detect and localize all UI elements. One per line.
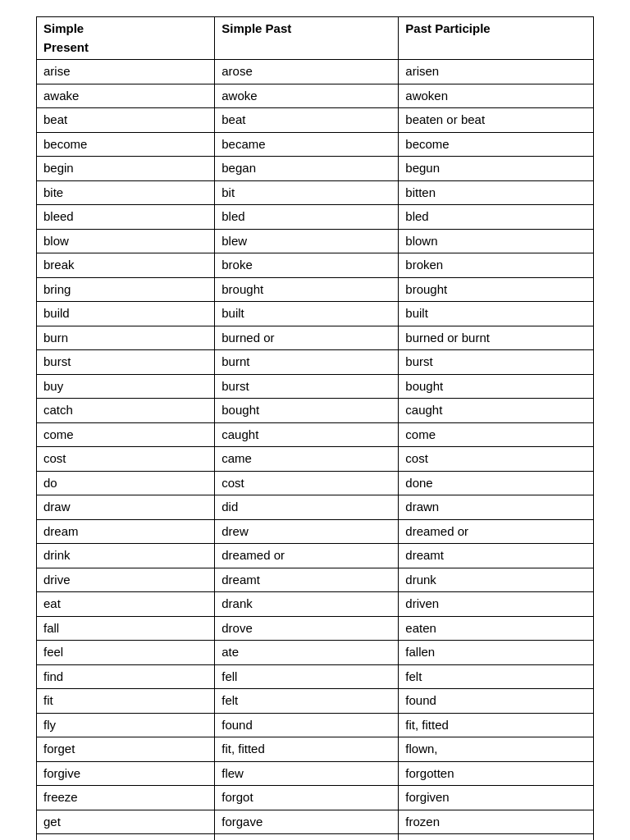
table-row: bitebitbitten xyxy=(37,180,594,205)
cell-row26-col1: felt xyxy=(215,689,399,714)
table-row: arisearosearisen xyxy=(37,60,594,84)
cell-row8-col1: broke xyxy=(215,253,399,278)
table-row: bleedbledbled xyxy=(37,205,594,230)
cell-row29-col1: flew xyxy=(215,761,399,786)
cell-row31-col2: frozen xyxy=(399,810,594,834)
table-row: flyfoundfit, fitted xyxy=(37,713,594,737)
cell-row2-col2: beaten or beat xyxy=(399,108,594,133)
cell-row21-col1: dreamt xyxy=(215,568,399,592)
table-row: costcamecost xyxy=(37,447,594,472)
table-row: awakeawokeawoken xyxy=(37,84,594,108)
cell-row18-col1: did xyxy=(215,495,399,520)
table-row: feelatefallen xyxy=(37,641,594,665)
cell-row10-col0: build xyxy=(37,302,215,326)
cell-row27-col0: fly xyxy=(37,713,215,737)
cell-row25-col1: fell xyxy=(215,664,399,689)
table-row: burnburned orburned or burnt xyxy=(37,326,594,350)
cell-row12-col1: burnt xyxy=(215,350,399,375)
cell-row32-col1: froze xyxy=(215,834,399,841)
cell-row15-col2: come xyxy=(399,422,594,447)
cell-row24-col2: fallen xyxy=(399,641,594,665)
table-row: docostdone xyxy=(37,471,594,495)
cell-row20-col1: dreamed or xyxy=(215,544,399,568)
cell-row14-col1: bought xyxy=(215,399,399,423)
table-row: eatdrankdriven xyxy=(37,592,594,617)
cell-row2-col0: beat xyxy=(37,108,215,133)
cell-row11-col1: burned or xyxy=(215,326,399,350)
table-row: blowblewblown xyxy=(37,229,594,253)
cell-row28-col1: fit, fitted xyxy=(215,737,399,762)
cell-row11-col2: burned or burnt xyxy=(399,326,594,350)
cell-row29-col2: forgotten xyxy=(399,761,594,786)
cell-row10-col2: built xyxy=(399,302,594,326)
cell-row17-col0: do xyxy=(37,471,215,495)
cell-row27-col2: fit, fitted xyxy=(399,713,594,737)
table-row: falldroveeaten xyxy=(37,616,594,641)
cell-row19-col0: dream xyxy=(37,519,215,544)
cell-row32-col2: gotten or got xyxy=(399,834,594,841)
cell-row3-col0: become xyxy=(37,132,215,157)
cell-row22-col1: drank xyxy=(215,592,399,617)
table-row: catchboughtcaught xyxy=(37,399,594,423)
cell-row1-col2: awoken xyxy=(399,84,594,108)
cell-row20-col0: drink xyxy=(37,544,215,568)
table-row: findfellfelt xyxy=(37,664,594,689)
cell-row0-col1: arose xyxy=(215,60,399,84)
cell-row30-col1: forgot xyxy=(215,786,399,810)
verb-table-wrapper: SimplePresent Simple Past Past Participl… xyxy=(36,16,594,840)
cell-row22-col0: eat xyxy=(37,592,215,617)
cell-row19-col2: dreamed or xyxy=(399,519,594,544)
cell-row31-col1: forgave xyxy=(215,810,399,834)
cell-row29-col0: forgive xyxy=(37,761,215,786)
cell-row13-col2: bought xyxy=(399,374,594,399)
cell-row1-col0: awake xyxy=(37,84,215,108)
cell-row16-col2: cost xyxy=(399,447,594,472)
table-row: drinkdreamed ordreamt xyxy=(37,544,594,568)
table-row: drivedreamtdrunk xyxy=(37,568,594,592)
cell-row5-col0: bite xyxy=(37,180,215,205)
table-row: bringbroughtbrought xyxy=(37,277,594,302)
cell-row9-col1: brought xyxy=(215,277,399,302)
cell-row7-col0: blow xyxy=(37,229,215,253)
table-row: burstburntburst xyxy=(37,350,594,375)
cell-row5-col2: bitten xyxy=(399,180,594,205)
table-row: beginbeganbegun xyxy=(37,157,594,181)
cell-row8-col0: break xyxy=(37,253,215,278)
header-simple-past: Simple Past xyxy=(215,17,399,60)
cell-row28-col2: flown, xyxy=(399,737,594,762)
cell-row25-col0: find xyxy=(37,664,215,689)
cell-row5-col1: bit xyxy=(215,180,399,205)
cell-row27-col1: found xyxy=(215,713,399,737)
cell-row16-col1: came xyxy=(215,447,399,472)
cell-row3-col2: become xyxy=(399,132,594,157)
cell-row6-col2: bled xyxy=(399,205,594,230)
cell-row18-col0: draw xyxy=(37,495,215,520)
table-row: freezeforgotforgiven xyxy=(37,786,594,810)
cell-row11-col0: burn xyxy=(37,326,215,350)
cell-row15-col1: caught xyxy=(215,422,399,447)
cell-row14-col0: catch xyxy=(37,399,215,423)
cell-row7-col1: blew xyxy=(215,229,399,253)
header-simple-present: SimplePresent xyxy=(37,17,215,60)
cell-row21-col2: drunk xyxy=(399,568,594,592)
cell-row9-col0: bring xyxy=(37,277,215,302)
cell-row1-col1: awoke xyxy=(215,84,399,108)
cell-row8-col2: broken xyxy=(399,253,594,278)
table-row: buildbuiltbuilt xyxy=(37,302,594,326)
cell-row28-col0: forget xyxy=(37,737,215,762)
cell-row31-col0: get xyxy=(37,810,215,834)
cell-row30-col2: forgiven xyxy=(399,786,594,810)
cell-row23-col1: drove xyxy=(215,616,399,641)
table-row: beatbeatbeaten or beat xyxy=(37,108,594,133)
table-row: givefrozegotten or got xyxy=(37,834,594,841)
cell-row14-col2: caught xyxy=(399,399,594,423)
cell-row4-col2: begun xyxy=(399,157,594,181)
table-row: comecaughtcome xyxy=(37,422,594,447)
cell-row17-col2: done xyxy=(399,471,594,495)
cell-row13-col0: buy xyxy=(37,374,215,399)
cell-row15-col0: come xyxy=(37,422,215,447)
table-row: getforgavefrozen xyxy=(37,810,594,834)
cell-row0-col2: arisen xyxy=(399,60,594,84)
cell-row4-col1: began xyxy=(215,157,399,181)
cell-row20-col2: dreamt xyxy=(399,544,594,568)
